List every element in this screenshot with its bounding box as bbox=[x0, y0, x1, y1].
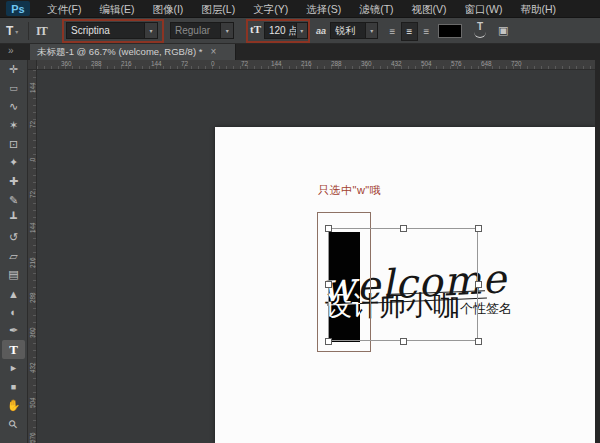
transform-handle[interactable] bbox=[325, 281, 332, 288]
h-ruler-label: 144 bbox=[271, 60, 282, 67]
font-family-select[interactable]: Scriptina ▾ bbox=[66, 22, 158, 39]
tool-eraser[interactable]: ▱ bbox=[0, 247, 27, 266]
tool-path-select[interactable]: ► bbox=[0, 359, 27, 378]
tool-hand[interactable]: ✋ bbox=[0, 396, 27, 415]
tool-type[interactable]: T bbox=[2, 340, 25, 359]
h-ruler-label: 216 bbox=[121, 60, 132, 67]
menu-item[interactable]: 文件(F) bbox=[38, 0, 90, 18]
panel-dock-edge bbox=[595, 60, 600, 443]
menu-item[interactable]: 视图(V) bbox=[403, 0, 456, 18]
menu-item[interactable]: 窗口(W) bbox=[456, 0, 512, 18]
tool-marquee[interactable]: ▭ bbox=[0, 79, 27, 98]
chevron-down-icon[interactable]: ▾ bbox=[365, 23, 377, 38]
tool-palette: ✛▭∿✶⊡✦✚✎┻↺▱▤▲◐✒T►■✋⚲ bbox=[0, 60, 28, 443]
v-ruler-label: 144 bbox=[29, 226, 36, 233]
transform-handle[interactable] bbox=[325, 225, 332, 232]
menu-item[interactable]: 滤镜(T) bbox=[350, 0, 402, 18]
tool-move[interactable]: ✛ bbox=[0, 60, 27, 79]
v-ruler-label: 144 bbox=[29, 86, 36, 93]
tool-dodge[interactable]: ◐ bbox=[0, 303, 27, 322]
transform-handle[interactable] bbox=[400, 225, 407, 232]
menu-list: 文件(F)编辑(E)图像(I)图层(L)文字(Y)选择(S)滤镜(T)视图(V)… bbox=[38, 0, 565, 18]
document-tab-bar: » 未标题-1 @ 66.7% (welcome, RGB/8) * × bbox=[0, 44, 600, 60]
chevron-down-icon[interactable]: ▾ bbox=[144, 23, 157, 38]
transform-handle[interactable] bbox=[475, 338, 482, 345]
tool-pen[interactable]: ✒ bbox=[0, 322, 27, 341]
anti-alias-select[interactable]: 锐利 ▾ bbox=[330, 22, 378, 39]
v-ruler-label: 216 bbox=[29, 261, 36, 268]
collapse-chevron-icon[interactable]: » bbox=[8, 45, 14, 56]
anti-alias-icon: aa bbox=[316, 26, 326, 36]
document-canvas[interactable]: welcome 设计师小咖个性签名 welcome 设计师小咖个性签名 bbox=[215, 127, 595, 443]
v-ruler-label: 504 bbox=[29, 401, 36, 408]
align-left-button[interactable]: ≡ bbox=[384, 22, 401, 41]
font-size-value: 120 点 bbox=[265, 24, 296, 38]
photoshop-window: Ps 文件(F)编辑(E)图像(I)图层(L)文字(Y)选择(S)滤镜(T)视图… bbox=[0, 0, 600, 443]
h-ruler-label: 144 bbox=[151, 60, 162, 67]
tool-brush[interactable]: ✎ bbox=[0, 191, 27, 210]
menu-item[interactable]: 编辑(E) bbox=[90, 0, 143, 18]
ruler-corner bbox=[28, 60, 37, 70]
font-size-icon: tT bbox=[250, 23, 261, 35]
v-ruler-label: 72 bbox=[29, 191, 36, 198]
tool-clone-stamp[interactable]: ┻ bbox=[0, 210, 27, 229]
h-ruler-label: 432 bbox=[391, 60, 402, 67]
transform-handle[interactable] bbox=[475, 281, 482, 288]
tool-zoom[interactable]: ⚲ bbox=[0, 415, 27, 434]
document-tab-title: 未标题-1 @ 66.7% (welcome, RGB/8) * bbox=[30, 46, 206, 59]
menu-item[interactable]: 帮助(H) bbox=[512, 0, 566, 18]
magic-wand-icon: ✶ bbox=[9, 119, 18, 132]
warp-text-icon[interactable]: T bbox=[472, 22, 488, 39]
font-style-select[interactable]: Regular ▾ bbox=[170, 22, 234, 39]
toggle-panels-icon[interactable]: ▣ bbox=[498, 25, 508, 36]
close-icon[interactable]: × bbox=[206, 44, 220, 60]
shape-icon: ■ bbox=[11, 382, 16, 392]
transform-handle[interactable] bbox=[475, 225, 482, 232]
tool-blur[interactable]: ▲ bbox=[0, 284, 27, 303]
chevron-down-icon[interactable]: ▾ bbox=[296, 23, 307, 38]
vertical-ruler[interactable]: 14472072144216288360432504576 bbox=[28, 70, 37, 443]
tool-gradient[interactable]: ▤ bbox=[0, 266, 27, 285]
tool-shape[interactable]: ■ bbox=[0, 378, 27, 397]
v-ruler-label: 432 bbox=[29, 366, 36, 373]
tool-lasso[interactable]: ∿ bbox=[0, 97, 27, 116]
menu-bar: Ps 文件(F)编辑(E)图像(I)图层(L)文字(Y)选择(S)滤镜(T)视图… bbox=[0, 0, 600, 18]
transform-handle[interactable] bbox=[325, 338, 332, 345]
align-right-button[interactable]: ≡ bbox=[418, 22, 435, 41]
brush-icon: ✎ bbox=[9, 194, 18, 207]
h-ruler-label: 288 bbox=[331, 60, 342, 67]
dodge-icon: ◐ bbox=[10, 306, 17, 318]
menu-item[interactable]: 选择(S) bbox=[297, 0, 350, 18]
tool-history-brush[interactable]: ↺ bbox=[0, 228, 27, 247]
document-tab[interactable]: 未标题-1 @ 66.7% (welcome, RGB/8) * × bbox=[30, 44, 236, 60]
menu-item[interactable]: 图层(L) bbox=[192, 0, 244, 18]
menu-item[interactable]: 图像(I) bbox=[143, 0, 192, 18]
warp-text-letter: T bbox=[477, 22, 483, 32]
zoom-icon: ⚲ bbox=[6, 417, 21, 432]
tool-preset-picker[interactable]: T ▾ bbox=[6, 18, 18, 44]
tool-healing-brush[interactable]: ✚ bbox=[0, 172, 27, 191]
annotation-note: 只选中"w"哦 bbox=[318, 183, 381, 198]
transform-handle[interactable] bbox=[400, 338, 407, 345]
transform-bounding-box[interactable] bbox=[328, 228, 478, 341]
tool-magic-wand[interactable]: ✶ bbox=[0, 116, 27, 135]
eyedropper-icon: ✦ bbox=[9, 156, 18, 169]
eraser-icon: ▱ bbox=[9, 250, 17, 263]
clone-stamp-icon: ┻ bbox=[10, 212, 17, 225]
tool-eyedropper[interactable]: ✦ bbox=[0, 153, 27, 172]
text-color-swatch[interactable] bbox=[438, 24, 462, 38]
pasteboard: welcome 设计师小咖个性签名 welcome 设计师小咖个性签名 bbox=[37, 70, 595, 443]
v-ruler-label: 576 bbox=[29, 436, 36, 443]
healing-brush-icon: ✚ bbox=[9, 175, 18, 188]
marquee-icon: ▭ bbox=[9, 83, 18, 93]
align-center-button[interactable]: ≡ bbox=[401, 22, 418, 41]
tool-crop[interactable]: ⊡ bbox=[0, 135, 27, 154]
blur-icon: ▲ bbox=[8, 288, 19, 300]
chevron-down-icon[interactable]: ▾ bbox=[220, 23, 233, 38]
h-ruler-label: 648 bbox=[481, 60, 492, 67]
font-size-select[interactable]: 120 点 ▾ bbox=[264, 22, 308, 39]
horizontal-ruler[interactable]: 3602882161447207214421628836043250457664… bbox=[37, 60, 600, 70]
text-orientation-toggle[interactable]: IT bbox=[36, 18, 47, 44]
move-icon: ✛ bbox=[9, 63, 18, 76]
menu-item[interactable]: 文字(Y) bbox=[244, 0, 297, 18]
